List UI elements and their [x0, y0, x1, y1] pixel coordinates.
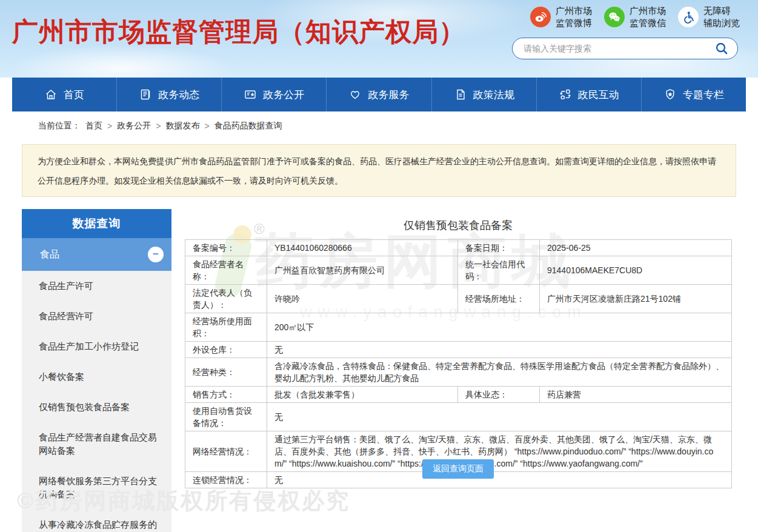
breadcrumb-item-data-release[interactable]: 数据发布 [165, 121, 199, 131]
field-value: 许晓吟 [267, 285, 458, 313]
site-header: 广州市市场监督管理局（知识产权局） 广州市场 监管微博 [0, 0, 758, 78]
field-value: YB14401060280666 [267, 240, 458, 256]
nav-label: 政务动态 [158, 88, 199, 102]
nav-label: 政民互动 [578, 88, 619, 102]
nav-label: 政务服务 [368, 88, 409, 102]
search-input[interactable] [524, 44, 714, 53]
field-value: 无 [267, 403, 732, 431]
sidebar-title: 数据查询 [22, 209, 171, 238]
field-label: 使用自动售货设备情况： [185, 403, 267, 431]
field-value: 药店兼营 [540, 387, 732, 403]
nav-item-services[interactable]: 政务服务 [326, 78, 431, 111]
table-row: 使用自动售货设备情况： 无 [185, 403, 732, 431]
table-row: 经营种类： 含冷藏冷冻食品，含特殊食品：保健食品、特定全营养配方食品、特殊医学用… [185, 358, 732, 387]
record-table: 备案编号： YB14401060280666 备案日期： 2025-06-25 … [185, 239, 732, 488]
field-label: 销售方式： [185, 387, 267, 403]
field-label: 食品经营者名称： [185, 256, 267, 285]
sidebar-item-prepackaged-food[interactable]: 仅销售预包装食品备案 [22, 392, 171, 422]
news-icon [139, 88, 152, 101]
nav-item-disclosure[interactable]: 政务公开 [221, 78, 326, 111]
field-value: 广州益百欣智慧药房有限公司 [267, 256, 458, 285]
back-to-query-button[interactable]: 返回查询页面 [422, 459, 494, 479]
breadcrumb: 当前位置： 首页 > 政务公开 > 数据发布 > 食品药品数据查询 [38, 121, 282, 131]
quick-links: 广州市场 监管微博 广州市场 监管微信 [530, 5, 740, 29]
search-button[interactable] [714, 41, 729, 56]
field-label: 经营场所使用面积： [185, 313, 267, 342]
nav-item-interaction[interactable]: 政民互动 [536, 78, 641, 111]
table-row: 备案编号： YB14401060280666 备案日期： 2025-06-25 [185, 240, 732, 256]
weibo-icon [530, 7, 551, 27]
breadcrumb-separator: > [204, 121, 209, 131]
nav-label: 专题专栏 [683, 88, 724, 102]
notice-banner: 为方便企业和群众，本网站免费提供广州市食品药品监管部门准予许可或备案的食品、药品… [22, 144, 736, 197]
sidebar-item-self-built-site[interactable]: 食品生产经营者自建食品交易网站备案 [22, 422, 171, 466]
document-icon [454, 88, 467, 101]
sidebar: 数据查询 食品 − 食品生产许可 食品经营许可 食品生产加工小作坊登记 小餐饮备… [22, 209, 171, 532]
breadcrumb-separator: > [156, 121, 161, 131]
table-row: 销售方式： 批发（含批发兼零售） 具体业态： 药店兼营 [185, 387, 732, 403]
field-label: 外设仓库： [185, 342, 267, 358]
breadcrumb-item-disclosure[interactable]: 政务公开 [117, 121, 151, 131]
field-value: 广州市天河区凌塘新庄路21号102铺 [540, 285, 732, 313]
sidebar-group-food[interactable]: 食品 − [22, 238, 171, 271]
page: 广州市市场监督管理局（知识产权局） 广州市场 监管微博 [0, 0, 758, 532]
nav-item-news[interactable]: 政务动态 [116, 78, 221, 111]
heart-icon [348, 88, 362, 101]
sidebar-item-food-operation-license[interactable]: 食品经营许可 [22, 301, 171, 331]
sidebar-item-cold-storage[interactable]: 从事冷藏冷冻食品贮存服务的非食品生产经营者备案 [22, 510, 171, 532]
weibo-link-label: 广州市场 监管微博 [556, 5, 592, 29]
search-box [512, 38, 738, 59]
field-value: 无 [267, 342, 732, 358]
collapse-icon[interactable]: − [148, 247, 164, 262]
field-label: 网络经营情况： [185, 431, 267, 472]
table-row: 外设仓库： 无 [185, 342, 732, 358]
accessibility-icon [678, 7, 699, 27]
sidebar-item-platform-branch[interactable]: 网络餐饮服务第三方平台分支机构备案 [22, 466, 171, 510]
field-value: 200㎡以下 [267, 313, 732, 342]
table-row: 食品经营者名称： 广州益百欣智慧药房有限公司 统一社会信用代码： 9144010… [185, 256, 732, 285]
page-title: 仅销售预包装食品备案 [185, 218, 731, 233]
nav-item-home[interactable]: 首页 [12, 78, 116, 111]
home-icon [44, 88, 58, 101]
nav-item-regulations[interactable]: 政策法规 [431, 78, 536, 111]
field-label: 连锁经营情况： [185, 472, 267, 488]
main-nav: 首页 政务动态 政务公开 政务服务 政策法规 [12, 78, 746, 111]
field-value: 含冷藏冷冻食品，含特殊食品：保健食品、特定全营养配方食品、特殊医学用途配方食品（… [267, 358, 732, 387]
field-value: 无 [267, 472, 732, 488]
field-label: 经营场所地址： [458, 285, 540, 313]
nav-label: 政务公开 [263, 88, 304, 102]
field-value: 通过第三方平台销售：美团、饿了么、淘宝/天猫、京东、微店、百度外卖、其他美团、饿… [267, 431, 732, 472]
search-icon [714, 41, 729, 56]
wechat-icon [604, 7, 625, 27]
site-title: 广州市市场监督管理局（知识产权局） [12, 15, 465, 50]
field-label: 经营种类： [185, 358, 267, 387]
breadcrumb-item-current[interactable]: 食品药品数据查询 [214, 121, 282, 131]
field-label: 统一社会信用代码： [458, 256, 540, 285]
card-star-icon [244, 88, 257, 101]
breadcrumb-prefix: 当前位置： [38, 121, 81, 131]
nav-label: 首页 [64, 88, 84, 102]
field-value: 2025-06-25 [540, 240, 732, 256]
sidebar-item-food-production-license[interactable]: 食品生产许可 [22, 271, 171, 301]
sidebar-item-small-workshop[interactable]: 食品生产加工小作坊登记 [22, 331, 171, 362]
wechat-link-label: 广州市场 监管微信 [630, 5, 666, 29]
breadcrumb-item-home[interactable]: 首页 [85, 121, 102, 131]
nav-item-topics[interactable]: 专题专栏 [641, 78, 746, 111]
field-label: 具体业态： [458, 387, 540, 403]
wechat-link[interactable]: 广州市场 监管微信 [604, 5, 666, 29]
table-row: 经营场所使用面积： 200㎡以下 [185, 313, 732, 342]
field-label: 备案日期： [458, 240, 540, 256]
field-label: 法定代表人（负责人）： [185, 285, 267, 313]
interaction-icon [559, 88, 572, 101]
weibo-link[interactable]: 广州市场 监管微博 [530, 5, 592, 29]
sidebar-item-small-catering[interactable]: 小餐饮备案 [22, 362, 171, 392]
table-row: 法定代表人（负责人）： 许晓吟 经营场所地址： 广州市天河区凌塘新庄路21号10… [185, 285, 732, 313]
field-value: 91440106MAEKE7CU8D [540, 256, 732, 285]
accessibility-link-label: 无障碍 辅助浏览 [703, 5, 740, 29]
breadcrumb-separator: > [107, 121, 112, 131]
sidebar-group-label: 食品 [40, 248, 59, 261]
field-label: 备案编号： [185, 240, 267, 256]
field-value: 批发（含批发兼零售） [267, 387, 458, 403]
nav-label: 政策法规 [473, 88, 514, 102]
accessibility-link[interactable]: 无障碍 辅助浏览 [678, 5, 740, 29]
